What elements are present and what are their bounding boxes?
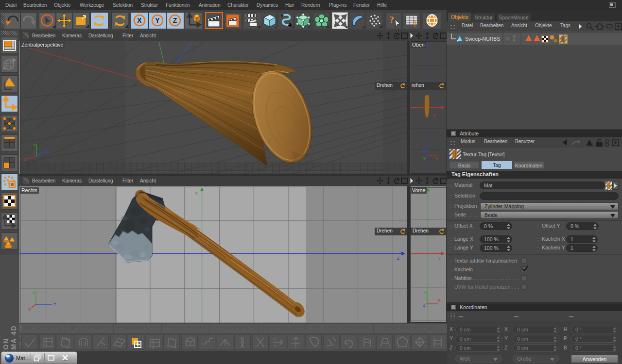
- svg-text:Y: Y: [423, 156, 426, 161]
- svg-text:Y: Y: [32, 290, 35, 296]
- svg-text:Y: Y: [195, 190, 198, 196]
- svg-text:Y: Y: [33, 142, 36, 148]
- svg-text:X: X: [137, 17, 142, 24]
- svg-text:?: ?: [413, 20, 417, 28]
- svg-text:?: ?: [389, 15, 394, 25]
- svg-text:X: X: [435, 156, 438, 161]
- svg-text:Z: Z: [173, 17, 177, 24]
- svg-text:Z: Z: [423, 302, 426, 308]
- svg-text:Z: Z: [423, 148, 426, 153]
- svg-text:Z: Z: [47, 149, 50, 154]
- svg-text:x: x: [438, 256, 441, 261]
- svg-text:Z: Z: [53, 302, 56, 307]
- svg-text:X: X: [28, 307, 32, 312]
- svg-text:X: X: [437, 298, 441, 303]
- svg-text:Y: Y: [155, 17, 160, 24]
- svg-text:x: x: [433, 112, 435, 117]
- svg-text:X: X: [23, 157, 27, 162]
- svg-text:Y: Y: [423, 290, 427, 295]
- svg-text:Z: Z: [397, 255, 399, 261]
